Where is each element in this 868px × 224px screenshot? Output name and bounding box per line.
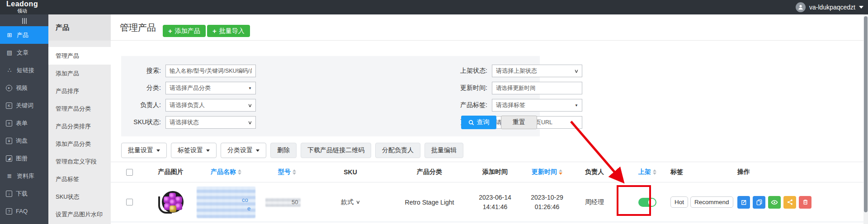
product-tag-select[interactable]: 请选择标签 ▼ [492, 99, 582, 112]
column-header-manager: 负责人 [579, 162, 610, 182]
product-name-cell[interactable]: co e [194, 182, 258, 222]
sidebar-item-keywords[interactable]: K 关键词 [0, 97, 48, 114]
copy-button[interactable] [753, 196, 765, 209]
sidebar-item-label: 表单 [16, 119, 28, 127]
sidebar-item-library[interactable]: ≣ 资料库 [0, 167, 48, 185]
product-tag-label: 产品标签: [256, 101, 492, 109]
submenu-item-manage-products[interactable]: 管理产品 [48, 47, 111, 65]
bulk-import-button[interactable]: + 批量导入 [207, 25, 250, 37]
sidebar-item-videos[interactable]: ▸ 视频 [0, 79, 48, 97]
sidebar-item-downloads[interactable]: ↓ 下载 [0, 185, 48, 202]
share-button[interactable] [783, 196, 796, 209]
secondary-sidebar: 产品 管理产品 添加产品 产品排序 管理产品分类 产品分类排序 添加产品分类 管… [48, 14, 111, 224]
sidebar-item-forms[interactable]: ≡ 表单 [0, 114, 48, 132]
edit-button[interactable] [737, 196, 750, 209]
shelf-cell [633, 182, 662, 222]
manager-label: 负责人: [121, 101, 165, 109]
submenu-item-image-watermark[interactable]: 设置产品图片水印 [48, 205, 111, 223]
row-checkbox[interactable] [126, 199, 133, 205]
page-title: 管理产品 [120, 22, 156, 34]
column-header-updated[interactable]: 更新时间 [522, 162, 572, 182]
update-time-input[interactable] [496, 85, 578, 91]
sidebar-item-articles[interactable]: ▤ 文章 [0, 44, 48, 61]
column-header-image: 产品图片 [149, 162, 192, 182]
page-header: 管理产品 + 添加产品 + 批量导入 [111, 14, 868, 41]
sidebar-item-albums[interactable]: ◢ 图册 [0, 149, 48, 167]
submenu-item-sku-status[interactable]: SKU状态 [48, 188, 111, 205]
sku-cell[interactable]: 款式 ∨ [326, 182, 375, 222]
submenu-item-add-product[interactable]: 添加产品 [48, 65, 111, 82]
sidebar-collapse-handle[interactable] [0, 15, 48, 26]
sidebar-item-inquiries[interactable]: ¥ 询盘 [0, 132, 48, 149]
share-icon [787, 199, 793, 205]
user-menu[interactable]: va-ldukpaqcedzt [796, 0, 863, 14]
column-header-name[interactable]: 产品名称 [194, 162, 258, 182]
sidebar-item-label: 短链接 [17, 66, 34, 75]
column-header-ops: 操作 [737, 162, 828, 182]
form-clipboard-icon: ≡ [6, 120, 12, 126]
product-image-cell[interactable] [149, 182, 192, 222]
logo-text: Leadong [6, 0, 38, 8]
sidebar-item-short-links[interactable]: ∴ 短链接 [0, 61, 48, 79]
submenu-item-category-sort[interactable]: 产品分类排序 [48, 117, 111, 135]
model-cell: 50 [260, 182, 314, 222]
filter-panel: 搜索: 上架状态: 请选择上架状态 ∨ 分类: 请选择产品分类 ▼ 更新时间: [121, 56, 540, 136]
download-qrcode-button[interactable]: 下载产品链接二维码 [301, 143, 371, 158]
column-header-shelf[interactable]: 上架 [633, 162, 662, 182]
sidebar-item-products[interactable]: ⊞ 产品 [0, 26, 48, 44]
submenu-item-custom-fields[interactable]: 管理自定义字段 [48, 153, 111, 170]
bulk-import-label: 批量导入 [219, 27, 245, 35]
updated-time: 01:26:46 [531, 202, 563, 212]
submenu-item-add-category[interactable]: 添加产品分类 [48, 135, 111, 153]
submenu-item-product-sort[interactable]: 产品排序 [48, 82, 111, 100]
delete-button[interactable] [799, 196, 811, 209]
tag-set-dropdown[interactable]: 标签设置 [171, 143, 217, 158]
chevron-down-icon: ∨ [248, 103, 252, 108]
manager-select[interactable]: 请选择负责人 ∨ [165, 99, 256, 112]
sidebar-item-label: 下载 [16, 190, 28, 198]
sidebar-item-label: 图册 [16, 154, 28, 163]
search-input[interactable] [170, 68, 252, 74]
column-header-category: 产品分类 [393, 162, 466, 182]
delete-button[interactable]: 删除 [270, 143, 297, 158]
select-all-checkbox[interactable] [126, 169, 133, 176]
category-select[interactable]: 请选择产品分类 ▼ [165, 82, 256, 94]
trash-icon [802, 199, 809, 205]
reset-button[interactable]: 重置 [501, 116, 537, 129]
plus-icon: + [212, 27, 217, 35]
username: va-ldukpaqcedzt [809, 4, 855, 11]
shelf-toggle[interactable] [638, 198, 656, 207]
scrollbar-thumb[interactable] [864, 16, 868, 212]
query-button[interactable]: 查询 [461, 116, 496, 129]
assign-manager-button[interactable]: 分配负责人 [375, 143, 420, 158]
query-label: 查询 [477, 118, 490, 126]
caret-down-icon [156, 149, 160, 152]
sidebar-item-label: 关键词 [16, 102, 33, 110]
tag-recommend: Recommend [690, 196, 733, 208]
bulk-set-dropdown[interactable]: 批量设置 [121, 143, 167, 158]
top-bar: Leadong 领动 va-ldukpaqcedzt [0, 0, 868, 14]
column-header-model[interactable]: 型号 [260, 162, 314, 182]
short-link-icon: ∴ [6, 67, 13, 74]
bulk-edit-button[interactable]: 批量编辑 [425, 143, 463, 158]
shelf-status-select[interactable]: 请选择上架状态 ∨ [492, 65, 582, 77]
add-product-button[interactable]: + 添加产品 [163, 25, 206, 37]
download-icon: ↓ [6, 191, 12, 197]
name-fragment: co [242, 196, 248, 203]
sku-status-label: SKU状态: [121, 118, 165, 126]
faq-question-icon: ? [6, 208, 12, 215]
submenu-item-product-tags[interactable]: 产品标签 [48, 170, 111, 188]
plus-icon: + [168, 27, 172, 35]
eye-icon [771, 199, 778, 206]
category-set-dropdown[interactable]: 分类设置 [221, 143, 266, 158]
sort-icon [238, 169, 241, 175]
header-label: 型号 [278, 168, 291, 176]
vertical-scrollbar[interactable] [863, 14, 868, 224]
view-button[interactable] [768, 196, 781, 209]
add-product-label: 添加产品 [175, 27, 200, 35]
submenu-item-manage-categories[interactable]: 管理产品分类 [48, 100, 111, 117]
update-time-input-wrap [492, 82, 582, 94]
sidebar-item-faq[interactable]: ? FAQ [0, 202, 48, 220]
sku-status-select[interactable]: 请选择状态 ∨ [165, 116, 256, 129]
sidebar-item-label: 产品 [17, 31, 28, 39]
